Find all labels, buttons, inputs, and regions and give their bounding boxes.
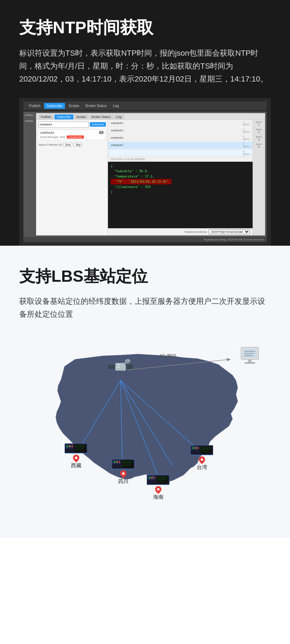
device-xizang: 西藏 <box>65 443 87 469</box>
satellite-icon <box>108 358 133 380</box>
svg-line-9 <box>176 440 197 443</box>
svg-rect-20 <box>115 363 126 371</box>
svg-point-54 <box>149 477 150 478</box>
outer-decoder-label: Payload decoding: <box>203 238 226 241</box>
topic-row-4-name: zstel/pub1 <box>111 144 123 147</box>
pin-taiwan: 台湾 <box>197 456 207 471</box>
rp-item-4: QoS 04 <box>254 143 264 148</box>
svg-line-11 <box>80 380 121 447</box>
svg-line-16 <box>128 359 229 370</box>
rp-item-3: QoS 03 <box>254 136 264 141</box>
svg-rect-31 <box>245 362 255 364</box>
device-box-taiwan <box>190 445 213 456</box>
tab-subscribe-outer[interactable]: Subscribe <box>44 103 65 109</box>
topic-row-2: zstel/pub1 2QoS 0 <box>108 127 253 134</box>
svg-point-51 <box>122 472 124 475</box>
stop-button[interactable]: Stop <box>74 143 82 147</box>
topic-name: zstel/pub1 <box>40 131 55 134</box>
server-computer-icon <box>239 345 262 368</box>
scan-button[interactable]: Scan <box>63 143 72 147</box>
tab-log-outer[interactable]: Log <box>110 103 122 109</box>
device-sichuan: 四川 <box>112 459 135 485</box>
svg-line-1 <box>103 401 124 408</box>
topics-list: zstel/pub1 1QoS 0 zstel/pub1 2QoS 0 zste… <box>108 120 253 149</box>
pin-hainan: 海南 <box>153 486 164 500</box>
topics-collector-label: Topics Collector (0) <box>38 143 62 146</box>
rp-item-2: QoS 02 <box>254 128 264 134</box>
tab-broker-inner[interactable]: Broker Status <box>89 114 113 119</box>
tab-scripts-outer[interactable]: Scripts <box>66 103 82 109</box>
topic-row-2-qos: 2QoS 0 <box>243 128 250 133</box>
svg-line-14 <box>121 380 201 452</box>
json-line-2: "humidity" : 56.9, <box>111 169 250 174</box>
label-sichuan: 四川 <box>118 478 129 485</box>
svg-line-12 <box>121 380 122 460</box>
json-line-ts: "TS" : "2021/03/03,10:15:01", <box>111 179 172 184</box>
mqtt-content-area: Subscribe zstel/pub1 4 Dump Messages Mut… <box>36 120 265 235</box>
satellite-svg <box>108 358 133 379</box>
subscribe-button[interactable]: Subscribe <box>90 122 106 127</box>
device-box-xizang <box>65 443 87 454</box>
topic-row-3-qos: 3QoS 0 <box>243 135 250 140</box>
svg-point-55 <box>151 477 153 478</box>
device-box-hainan <box>147 475 169 485</box>
topic-row-4: zstel/pub1 4QoS 0 <box>108 142 253 149</box>
json-line-1: { <box>111 164 250 169</box>
inner-tab-bar: Publish Subscribe Scripts Broker Status … <box>36 113 265 120</box>
pin-icon-hainan <box>155 486 161 494</box>
tab-scripts-inner[interactable]: Scripts <box>74 114 89 119</box>
timestamp-value: 03-03-2021 10:13:46.36826661 <box>111 158 145 160</box>
unsubscribe-button[interactable]: Unsubscribe <box>67 135 84 139</box>
tab-subscribe-inner[interactable]: Subscribe <box>55 114 73 119</box>
selected-topic-qos: 4QoS 0 <box>243 150 250 155</box>
svg-point-34 <box>67 446 68 447</box>
tab-log-inner[interactable]: Log <box>114 114 124 119</box>
label-hainan: 海南 <box>153 494 164 500</box>
label-taiwan: 台湾 <box>197 464 207 471</box>
svg-rect-57 <box>157 476 168 484</box>
svg-point-46 <box>119 461 120 463</box>
svg-rect-19 <box>126 365 133 369</box>
topic-row-1-qos: 1QoS 0 <box>243 121 250 126</box>
message-timestamp: 03-03-2021 10:13:46.36826661 <box>108 157 253 162</box>
svg-line-4 <box>117 426 138 429</box>
svg-line-3 <box>142 403 159 405</box>
tab-broker-outer[interactable]: Broker Status <box>83 103 110 109</box>
topic-row-3: zstel/pub1 3QoS 0 <box>108 134 253 142</box>
tab-publish-outer[interactable]: Publish <box>26 103 43 109</box>
topic-input-row: Subscribe <box>38 121 106 128</box>
pin-icon-xizang <box>73 455 79 462</box>
sidebar-topic-label2: zstel/pu <box>25 120 35 122</box>
topic-name-row: zstel/pub1 4 <box>40 131 104 134</box>
svg-line-8 <box>75 436 96 440</box>
svg-text:4G 网络: 4G 网络 <box>159 353 177 359</box>
device-hainan: 海南 <box>147 475 169 500</box>
svg-point-35 <box>69 446 71 447</box>
topic-row-1-name: zstel/pub1 <box>111 121 123 125</box>
topic-row-4-qos: 4QoS 0 <box>243 143 250 148</box>
svg-line-5 <box>138 428 159 429</box>
dump-messages-label: Dump Messages <box>40 136 59 138</box>
json-line-6: } <box>111 190 250 195</box>
tab-publish-inner[interactable]: Publish <box>38 114 54 119</box>
device-box-sichuan <box>112 459 135 470</box>
svg-rect-67 <box>200 446 212 454</box>
svg-rect-24 <box>117 366 120 368</box>
json-content: { "humidity" : 56.9, "temperature" : 17.… <box>111 164 250 195</box>
selected-topic-name: zstel/pub1 <box>111 150 123 155</box>
lbs-section: 支持LBS基站定位 获取设备基站定位的经纬度数据，上报至服务器方便用户二次开发显… <box>0 246 290 538</box>
pin-xizang: 西藏 <box>71 455 81 469</box>
mqtt-main-panel: Publish Subscribe Scripts Broker Status … <box>36 113 265 236</box>
svg-line-2 <box>124 403 142 408</box>
topic-input[interactable] <box>38 121 89 128</box>
svg-rect-37 <box>74 444 86 452</box>
json-line-5: "illuminance" : 319 <box>111 184 250 189</box>
pin-icon-sichuan <box>120 470 126 478</box>
lbs-title: 支持LBS基站定位 <box>19 267 271 286</box>
ntp-section: 支持NTP时间获取 标识符设置为TS时，表示获取NTP时间，报的json包里面会… <box>0 0 290 246</box>
svg-point-66 <box>197 447 199 449</box>
device-taiwan: 台湾 <box>190 445 213 471</box>
svg-rect-23 <box>117 364 120 365</box>
decoder-select[interactable]: JSON Pretty Format Decoder <box>209 230 250 234</box>
topic-row-2-name: zstel/pub1 <box>111 129 123 132</box>
